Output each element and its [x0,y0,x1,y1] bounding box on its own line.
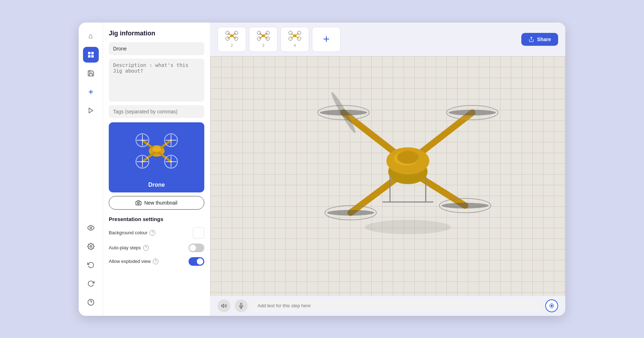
panel-title: Jig information [109,30,204,37]
background-colour-swatch[interactable] [193,227,204,239]
svg-marker-6 [89,108,93,113]
sidebar-item-settings[interactable] [83,239,99,254]
microphone-icon [238,303,244,309]
drone-3d-model [308,77,508,257]
background-colour-row: Background colour ? [109,227,204,239]
svg-marker-81 [221,304,224,307]
sidebar-item-visibility[interactable] [83,220,99,236]
step-number-label-4: 4 [294,44,296,48]
step-thumb-2[interactable]: 3 [249,27,278,52]
svg-point-75 [327,210,374,215]
presentation-settings-title: Presentation settings [109,216,204,222]
autoplay-slider [189,244,204,252]
exploded-view-row: Allow exploded view ? [109,257,204,266]
volume-icon [221,303,227,309]
step-number-label-3: 3 [262,44,264,48]
svg-point-73 [449,109,496,115]
jig-name-input[interactable] [109,42,204,55]
icon-sidebar: ⌂ [79,23,103,316]
top-bar: 2 [210,23,565,56]
svg-point-7 [90,227,92,229]
svg-point-8 [90,245,92,247]
share-label: Share [537,36,551,42]
autoplay-label: Auto-play steps ? [109,245,149,251]
sidebar-item-help[interactable] [83,294,99,310]
svg-rect-2 [88,55,91,58]
add-step-button[interactable]: + [312,27,341,52]
exploded-view-slider [189,257,204,266]
thumbnail-label: Drone [148,180,165,192]
content-area: 2 [210,23,565,316]
step-thumb-1[interactable]: 2 [218,27,246,52]
sidebar-item-home[interactable]: ⌂ [83,28,99,44]
info-panel: Jig information [103,23,210,316]
recording-icon [549,303,554,308]
sidebar-item-undo[interactable] [83,257,99,273]
exploded-view-label: Allow exploded view ? [109,259,158,264]
share-icon [528,36,534,42]
new-thumbnail-button[interactable]: New thumbnail [109,196,204,210]
new-thumbnail-label: New thumbnail [144,200,177,206]
sidebar-item-play[interactable] [83,103,99,118]
thumbnail-image [109,122,204,180]
volume-button[interactable] [218,299,230,312]
main-window: ⌂ [79,23,565,316]
viewport[interactable] [210,56,565,296]
svg-point-28 [152,146,161,152]
app-container: ⌂ [64,15,580,323]
autoplay-row: Auto-play steps ? [109,244,204,252]
autoplay-help[interactable]: ? [143,245,149,251]
background-colour-help[interactable]: ? [150,230,155,236]
tags-input[interactable] [109,105,204,118]
share-button[interactable]: Share [521,33,558,46]
svg-point-29 [138,202,140,204]
microphone-button[interactable] [235,299,248,312]
background-colour-label: Background colour ? [109,230,155,236]
recording-indicator[interactable] [545,299,558,312]
step-text-input[interactable] [252,299,541,312]
svg-rect-0 [88,52,91,54]
sidebar-item-save[interactable] [83,65,99,81]
step-drone-icon-1 [225,31,238,43]
steps-container: 2 [218,27,341,52]
camera-icon [136,200,141,206]
svg-point-43 [262,34,265,37]
step-drone-icon-2 [257,31,270,43]
autoplay-toggle[interactable] [189,244,204,252]
svg-rect-3 [91,55,94,58]
svg-point-58 [365,220,451,234]
bottom-bar [210,296,565,316]
exploded-view-toggle[interactable] [189,257,204,266]
thumbnail-card: Drone [109,122,204,192]
step-drone-icon-3 [288,31,301,43]
viewport-background [210,56,565,296]
sidebar-item-layers[interactable] [83,47,99,63]
step-thumb-3[interactable]: 4 [280,27,309,52]
exploded-view-help[interactable]: ? [153,259,158,264]
svg-point-77 [441,202,489,208]
sidebar-item-redo[interactable] [83,276,99,292]
svg-point-34 [230,34,234,37]
svg-point-66 [397,151,419,163]
sidebar-item-add[interactable] [83,84,99,100]
svg-rect-1 [91,52,94,54]
svg-point-52 [293,34,297,37]
description-input[interactable] [109,59,204,102]
svg-point-85 [551,305,553,307]
step-number-label-2: 2 [231,44,233,48]
